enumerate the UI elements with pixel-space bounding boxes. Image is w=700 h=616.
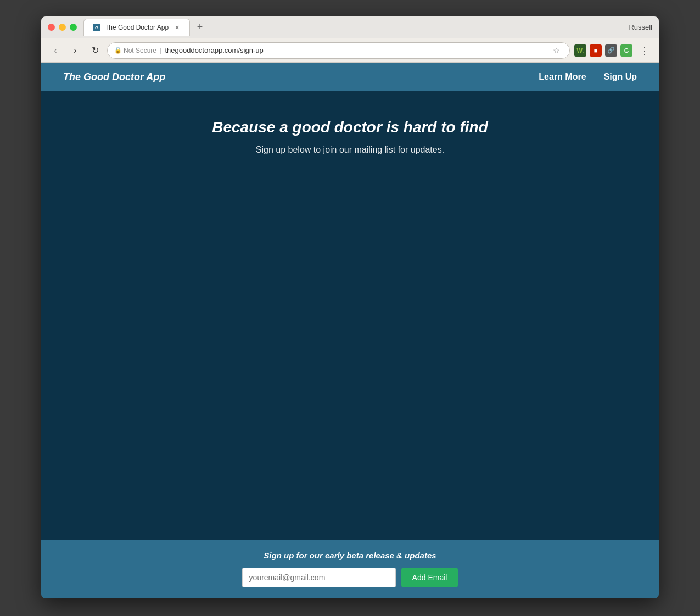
user-label: Russell xyxy=(629,23,652,31)
extension-w-icon[interactable]: W. xyxy=(574,44,586,57)
maximize-window-button[interactable] xyxy=(70,24,77,31)
back-button[interactable]: ‹ xyxy=(48,43,63,58)
extension-icons: W. ■ 🔗 G xyxy=(574,44,632,57)
site-nav: The Good Doctor App Learn More Sign Up xyxy=(41,63,659,91)
minimize-window-button[interactable] xyxy=(59,24,66,31)
address-bar[interactable]: 🔓 Not Secure | thegooddoctorapp.com/sign… xyxy=(107,42,570,59)
window-controls xyxy=(48,24,77,31)
bookmark-button[interactable]: ☆ xyxy=(550,44,563,57)
url-text: thegooddoctorapp.com/sign-up xyxy=(165,46,263,54)
forward-button[interactable]: › xyxy=(68,43,83,58)
title-bar: G The Good Doctor App ✕ + Russell xyxy=(41,16,659,38)
active-tab[interactable]: G The Good Doctor App ✕ xyxy=(83,19,190,36)
signup-form: Add Email xyxy=(242,568,458,587)
email-input[interactable] xyxy=(242,568,396,587)
not-secure-label: Not Secure xyxy=(124,47,156,54)
signup-footer-title: Sign up for our early beta release & upd… xyxy=(264,551,436,560)
tab-favicon: G xyxy=(93,24,100,31)
add-email-button[interactable]: Add Email xyxy=(401,568,458,587)
browser-window: G The Good Doctor App ✕ + Russell ‹ › ↻ … xyxy=(41,16,659,598)
close-window-button[interactable] xyxy=(48,24,55,31)
new-tab-button[interactable]: + xyxy=(192,20,208,35)
sign-up-nav-link[interactable]: Sign Up xyxy=(604,72,637,82)
signup-footer: Sign up for our early beta release & upd… xyxy=(41,540,659,598)
reload-button[interactable]: ↻ xyxy=(87,43,103,58)
url-divider: | xyxy=(160,46,161,54)
extension-g-icon[interactable]: G xyxy=(620,44,632,57)
address-actions: ☆ xyxy=(550,44,563,57)
learn-more-nav-link[interactable]: Learn More xyxy=(539,72,586,82)
browser-menu-button[interactable]: ⋮ xyxy=(637,43,652,58)
site-logo[interactable]: The Good Doctor App xyxy=(63,71,539,83)
lock-icon: 🔓 xyxy=(114,47,122,54)
hero-title: Because a good doctor is hard to find xyxy=(212,119,488,136)
not-secure-indicator: 🔓 Not Secure xyxy=(114,47,156,54)
extension-link-icon[interactable]: 🔗 xyxy=(605,44,617,57)
tab-close-button[interactable]: ✕ xyxy=(173,24,181,31)
site-nav-links: Learn More Sign Up xyxy=(539,72,637,82)
hero-section: Because a good doctor is hard to find Si… xyxy=(41,91,659,540)
tab-title: The Good Doctor App xyxy=(105,24,169,31)
extension-red-icon[interactable]: ■ xyxy=(590,44,602,57)
nav-bar: ‹ › ↻ 🔓 Not Secure | thegooddoctorapp.co… xyxy=(41,38,659,63)
website-content: The Good Doctor App Learn More Sign Up B… xyxy=(41,63,659,598)
hero-subtitle: Sign up below to join our mailing list f… xyxy=(256,145,444,155)
tab-bar: G The Good Doctor App ✕ + xyxy=(83,19,629,36)
